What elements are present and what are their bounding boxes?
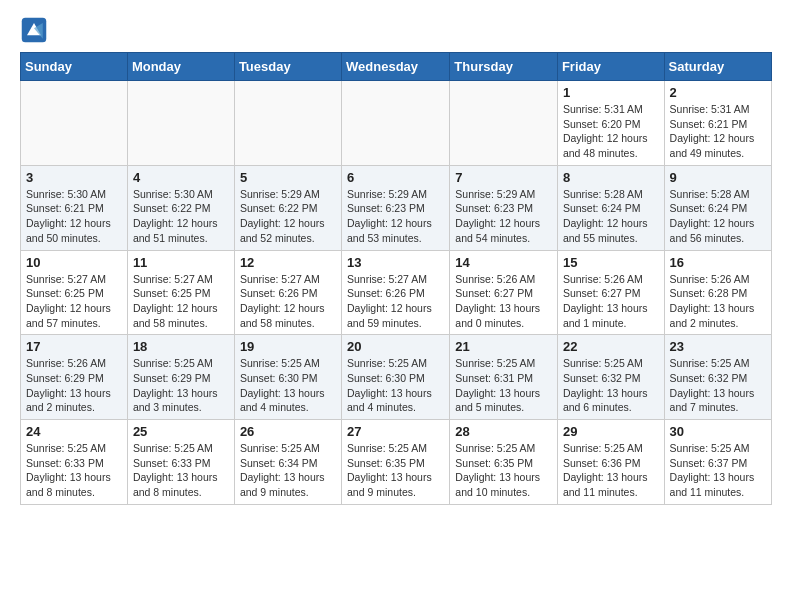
weekday-header-sunday: Sunday — [21, 53, 128, 81]
day-number: 9 — [670, 170, 766, 185]
calendar-cell: 1Sunrise: 5:31 AM Sunset: 6:20 PM Daylig… — [557, 81, 664, 166]
day-info: Sunrise: 5:26 AM Sunset: 6:28 PM Dayligh… — [670, 272, 766, 331]
calendar-cell: 5Sunrise: 5:29 AM Sunset: 6:22 PM Daylig… — [234, 165, 341, 250]
calendar-cell: 2Sunrise: 5:31 AM Sunset: 6:21 PM Daylig… — [664, 81, 771, 166]
day-number: 24 — [26, 424, 122, 439]
day-info: Sunrise: 5:25 AM Sunset: 6:32 PM Dayligh… — [670, 356, 766, 415]
day-info: Sunrise: 5:27 AM Sunset: 6:25 PM Dayligh… — [133, 272, 229, 331]
day-number: 27 — [347, 424, 444, 439]
day-info: Sunrise: 5:25 AM Sunset: 6:35 PM Dayligh… — [347, 441, 444, 500]
weekday-header-thursday: Thursday — [450, 53, 558, 81]
day-number: 18 — [133, 339, 229, 354]
calendar-cell: 30Sunrise: 5:25 AM Sunset: 6:37 PM Dayli… — [664, 420, 771, 505]
day-number: 17 — [26, 339, 122, 354]
day-info: Sunrise: 5:31 AM Sunset: 6:21 PM Dayligh… — [670, 102, 766, 161]
day-number: 29 — [563, 424, 659, 439]
day-info: Sunrise: 5:28 AM Sunset: 6:24 PM Dayligh… — [670, 187, 766, 246]
calendar-cell — [342, 81, 450, 166]
day-number: 21 — [455, 339, 552, 354]
calendar-cell: 8Sunrise: 5:28 AM Sunset: 6:24 PM Daylig… — [557, 165, 664, 250]
calendar-cell: 14Sunrise: 5:26 AM Sunset: 6:27 PM Dayli… — [450, 250, 558, 335]
day-info: Sunrise: 5:25 AM Sunset: 6:35 PM Dayligh… — [455, 441, 552, 500]
calendar-cell: 18Sunrise: 5:25 AM Sunset: 6:29 PM Dayli… — [127, 335, 234, 420]
day-number: 26 — [240, 424, 336, 439]
calendar-cell: 20Sunrise: 5:25 AM Sunset: 6:30 PM Dayli… — [342, 335, 450, 420]
day-number: 20 — [347, 339, 444, 354]
calendar-cell: 24Sunrise: 5:25 AM Sunset: 6:33 PM Dayli… — [21, 420, 128, 505]
day-info: Sunrise: 5:25 AM Sunset: 6:36 PM Dayligh… — [563, 441, 659, 500]
day-number: 8 — [563, 170, 659, 185]
day-info: Sunrise: 5:25 AM Sunset: 6:29 PM Dayligh… — [133, 356, 229, 415]
weekday-header-friday: Friday — [557, 53, 664, 81]
day-info: Sunrise: 5:25 AM Sunset: 6:31 PM Dayligh… — [455, 356, 552, 415]
day-info: Sunrise: 5:30 AM Sunset: 6:21 PM Dayligh… — [26, 187, 122, 246]
calendar-cell: 19Sunrise: 5:25 AM Sunset: 6:30 PM Dayli… — [234, 335, 341, 420]
day-info: Sunrise: 5:29 AM Sunset: 6:23 PM Dayligh… — [347, 187, 444, 246]
header — [20, 16, 772, 44]
day-info: Sunrise: 5:25 AM Sunset: 6:37 PM Dayligh… — [670, 441, 766, 500]
calendar-cell: 12Sunrise: 5:27 AM Sunset: 6:26 PM Dayli… — [234, 250, 341, 335]
weekday-header-monday: Monday — [127, 53, 234, 81]
calendar-cell: 22Sunrise: 5:25 AM Sunset: 6:32 PM Dayli… — [557, 335, 664, 420]
calendar-cell: 26Sunrise: 5:25 AM Sunset: 6:34 PM Dayli… — [234, 420, 341, 505]
day-number: 4 — [133, 170, 229, 185]
day-number: 5 — [240, 170, 336, 185]
day-info: Sunrise: 5:31 AM Sunset: 6:20 PM Dayligh… — [563, 102, 659, 161]
day-number: 12 — [240, 255, 336, 270]
logo — [20, 16, 52, 44]
calendar-cell — [234, 81, 341, 166]
day-number: 19 — [240, 339, 336, 354]
calendar-cell — [127, 81, 234, 166]
day-number: 10 — [26, 255, 122, 270]
logo-icon — [20, 16, 48, 44]
calendar-week-row: 24Sunrise: 5:25 AM Sunset: 6:33 PM Dayli… — [21, 420, 772, 505]
calendar-cell: 3Sunrise: 5:30 AM Sunset: 6:21 PM Daylig… — [21, 165, 128, 250]
calendar-cell — [450, 81, 558, 166]
calendar-week-row: 1Sunrise: 5:31 AM Sunset: 6:20 PM Daylig… — [21, 81, 772, 166]
calendar-table: SundayMondayTuesdayWednesdayThursdayFrid… — [20, 52, 772, 505]
day-info: Sunrise: 5:25 AM Sunset: 6:32 PM Dayligh… — [563, 356, 659, 415]
day-number: 11 — [133, 255, 229, 270]
calendar-cell: 16Sunrise: 5:26 AM Sunset: 6:28 PM Dayli… — [664, 250, 771, 335]
day-number: 16 — [670, 255, 766, 270]
day-number: 2 — [670, 85, 766, 100]
day-info: Sunrise: 5:28 AM Sunset: 6:24 PM Dayligh… — [563, 187, 659, 246]
day-info: Sunrise: 5:27 AM Sunset: 6:26 PM Dayligh… — [347, 272, 444, 331]
calendar-cell: 13Sunrise: 5:27 AM Sunset: 6:26 PM Dayli… — [342, 250, 450, 335]
day-number: 15 — [563, 255, 659, 270]
day-info: Sunrise: 5:25 AM Sunset: 6:34 PM Dayligh… — [240, 441, 336, 500]
day-number: 13 — [347, 255, 444, 270]
day-info: Sunrise: 5:26 AM Sunset: 6:27 PM Dayligh… — [563, 272, 659, 331]
day-info: Sunrise: 5:25 AM Sunset: 6:33 PM Dayligh… — [133, 441, 229, 500]
day-info: Sunrise: 5:29 AM Sunset: 6:23 PM Dayligh… — [455, 187, 552, 246]
calendar-week-row: 3Sunrise: 5:30 AM Sunset: 6:21 PM Daylig… — [21, 165, 772, 250]
calendar-cell: 10Sunrise: 5:27 AM Sunset: 6:25 PM Dayli… — [21, 250, 128, 335]
weekday-header-tuesday: Tuesday — [234, 53, 341, 81]
calendar-cell: 6Sunrise: 5:29 AM Sunset: 6:23 PM Daylig… — [342, 165, 450, 250]
calendar-cell: 4Sunrise: 5:30 AM Sunset: 6:22 PM Daylig… — [127, 165, 234, 250]
day-info: Sunrise: 5:30 AM Sunset: 6:22 PM Dayligh… — [133, 187, 229, 246]
day-info: Sunrise: 5:29 AM Sunset: 6:22 PM Dayligh… — [240, 187, 336, 246]
day-info: Sunrise: 5:27 AM Sunset: 6:25 PM Dayligh… — [26, 272, 122, 331]
calendar-cell: 7Sunrise: 5:29 AM Sunset: 6:23 PM Daylig… — [450, 165, 558, 250]
calendar-cell: 28Sunrise: 5:25 AM Sunset: 6:35 PM Dayli… — [450, 420, 558, 505]
day-info: Sunrise: 5:27 AM Sunset: 6:26 PM Dayligh… — [240, 272, 336, 331]
day-number: 30 — [670, 424, 766, 439]
calendar-cell — [21, 81, 128, 166]
day-info: Sunrise: 5:25 AM Sunset: 6:30 PM Dayligh… — [240, 356, 336, 415]
day-number: 14 — [455, 255, 552, 270]
calendar-week-row: 17Sunrise: 5:26 AM Sunset: 6:29 PM Dayli… — [21, 335, 772, 420]
calendar-cell: 29Sunrise: 5:25 AM Sunset: 6:36 PM Dayli… — [557, 420, 664, 505]
day-number: 7 — [455, 170, 552, 185]
day-number: 22 — [563, 339, 659, 354]
day-info: Sunrise: 5:26 AM Sunset: 6:27 PM Dayligh… — [455, 272, 552, 331]
weekday-header-saturday: Saturday — [664, 53, 771, 81]
day-number: 6 — [347, 170, 444, 185]
calendar-week-row: 10Sunrise: 5:27 AM Sunset: 6:25 PM Dayli… — [21, 250, 772, 335]
day-info: Sunrise: 5:26 AM Sunset: 6:29 PM Dayligh… — [26, 356, 122, 415]
day-number: 1 — [563, 85, 659, 100]
day-number: 28 — [455, 424, 552, 439]
calendar-cell: 9Sunrise: 5:28 AM Sunset: 6:24 PM Daylig… — [664, 165, 771, 250]
day-number: 3 — [26, 170, 122, 185]
day-number: 23 — [670, 339, 766, 354]
